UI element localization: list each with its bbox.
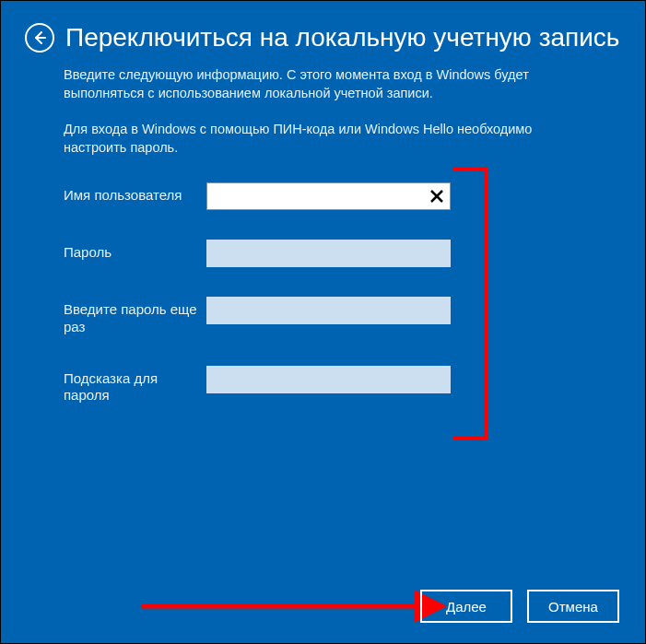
form-area: Имя пользователя Пароль Введите пароль е…	[64, 182, 582, 404]
confirm-password-label: Введите пароль еще раз	[64, 297, 206, 336]
info-text-1: Введите следующую информацию. С этого мо…	[64, 65, 582, 103]
password-hint-input[interactable]	[206, 366, 451, 393]
page-title: Переключиться на локальную учетную запис…	[65, 24, 619, 53]
back-button[interactable]	[25, 23, 54, 53]
info-text-2: Для входа в Windows с помощью ПИН-кода и…	[64, 120, 582, 158]
close-icon	[429, 189, 444, 204]
clear-input-icon[interactable]	[426, 185, 448, 207]
username-label: Имя пользователя	[64, 182, 206, 205]
password-hint-label: Подсказка для пароля	[64, 366, 206, 405]
username-input[interactable]	[206, 182, 451, 210]
cancel-button[interactable]: Отмена	[527, 590, 619, 623]
next-button[interactable]: Далее	[420, 590, 512, 623]
arrow-left-icon	[32, 30, 47, 45]
password-label: Пароль	[64, 240, 206, 262]
confirm-password-input[interactable]	[206, 297, 451, 324]
password-input[interactable]	[206, 240, 451, 267]
